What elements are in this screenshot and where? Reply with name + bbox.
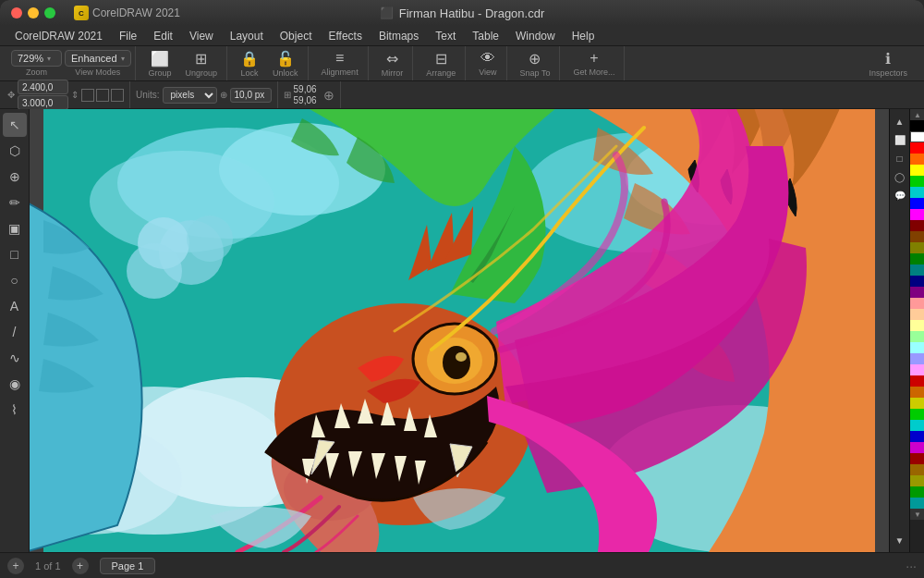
arrange-button[interactable]: ⊟ Arrange	[420, 48, 461, 80]
line-tool-button[interactable]: /	[3, 320, 27, 344]
lock-group: 🔒 Lock 🔓 Unlock	[231, 46, 309, 80]
color-swatch-orange[interactable]	[910, 154, 924, 165]
nudge-input[interactable]	[230, 88, 272, 103]
right-panel-btn4[interactable]: 💬	[892, 187, 908, 203]
color-swatch-midmagenta[interactable]	[910, 442, 924, 453]
color-swatch-darkorange2[interactable]	[910, 464, 924, 475]
bezier-tool-button[interactable]: ∿	[3, 346, 27, 370]
freehand-tool-button[interactable]: ✏	[3, 191, 27, 215]
group-button[interactable]: ⬜ Group	[143, 48, 177, 80]
color-swatch-midblue[interactable]	[910, 431, 924, 442]
units-select[interactable]: pixels mm cm inches	[163, 87, 217, 104]
menu-help[interactable]: Help	[565, 28, 602, 44]
scroll-up-btn[interactable]: ▲	[892, 113, 908, 129]
add-page-button[interactable]: +	[7, 558, 24, 574]
alignment-button[interactable]: ≡ Alignment	[316, 48, 364, 79]
arrange-group: ⊟ Arrange	[417, 46, 466, 80]
eyedropper-tool-button[interactable]: ⌇	[3, 398, 27, 422]
color-swatch-darkgreen2[interactable]	[910, 486, 924, 498]
color-swatch-lightcyan[interactable]	[910, 342, 924, 353]
zoom-group: 729% ▾ Zoom Enhanced ▾ View Modes	[7, 46, 136, 80]
color-swatch-darkcyan[interactable]	[910, 498, 924, 509]
color-swatch-yellow[interactable]	[910, 165, 924, 176]
inspectors-button[interactable]: ℹ Inspectors	[863, 48, 913, 80]
color-swatch-darkred[interactable]	[910, 220, 924, 231]
color-swatch-lightgreen[interactable]	[910, 331, 924, 342]
snapto-button[interactable]: ⊕ Snap To	[515, 48, 556, 80]
scroll-down-btn[interactable]: ▼	[892, 532, 908, 548]
rectangle-tool-button[interactable]: □	[3, 242, 27, 266]
menu-coreldraw[interactable]: CorelDRAW 2021	[7, 28, 110, 44]
color-swatch-brown[interactable]	[910, 231, 924, 242]
fill-tool-button[interactable]: ◉	[3, 372, 27, 396]
ungroup-button[interactable]: ⊞ Ungroup	[180, 48, 224, 80]
smart-fill-button[interactable]: ▣	[3, 216, 27, 240]
right-panel-btn3[interactable]: ◯	[892, 168, 908, 185]
menu-edit[interactable]: Edit	[146, 28, 180, 44]
canvas-area[interactable]	[30, 109, 889, 552]
color-swatch-darkorange[interactable]	[910, 387, 924, 398]
minimize-button[interactable]	[28, 7, 39, 18]
unlock-button[interactable]: 🔓 Unlock	[267, 48, 304, 80]
color-swatch-midcyan[interactable]	[910, 420, 924, 431]
zoom-dropdown[interactable]: 729% ▾	[11, 50, 62, 67]
color-swatch-lightred[interactable]	[910, 298, 924, 309]
palette-scroll-down[interactable]: ▼	[910, 509, 924, 520]
color-swatch-lightyellow[interactable]	[910, 320, 924, 331]
color-swatch-purple[interactable]	[910, 287, 924, 298]
color-swatch-lightmagenta[interactable]	[910, 364, 924, 375]
color-swatch-lightblue[interactable]	[910, 353, 924, 364]
color-swatch-darkred3[interactable]	[910, 453, 924, 464]
color-swatch-navy[interactable]	[910, 276, 924, 287]
close-button[interactable]	[11, 7, 22, 18]
right-panel-btn1[interactable]: ⬜	[892, 131, 908, 148]
color-swatch-cyan[interactable]	[910, 187, 924, 198]
color-swatch-black[interactable]	[910, 120, 924, 131]
color-swatch-green[interactable]	[910, 176, 924, 187]
node-tool-button[interactable]: ⬡	[3, 139, 27, 163]
getmore-button[interactable]: + Get More...	[567, 48, 620, 79]
zoom-label: Zoom	[26, 68, 47, 77]
selection-tool-button[interactable]: ↖	[3, 113, 27, 137]
menu-text[interactable]: Text	[428, 28, 463, 44]
view-mode-dropdown[interactable]: Enhanced ▾	[65, 50, 131, 67]
menu-file[interactable]: File	[112, 28, 144, 44]
ellipse-tool-button[interactable]: ○	[3, 268, 27, 292]
coordinates-group: ✥ ⇕	[7, 81, 130, 108]
color-swatch-midgreen[interactable]	[910, 409, 924, 420]
add-page-button2[interactable]: +	[72, 558, 89, 574]
menu-window[interactable]: Window	[508, 28, 563, 44]
palette-scroll-up[interactable]: ▲	[910, 109, 924, 120]
mirror-group: ⇔ Mirror	[372, 46, 414, 80]
right-panel-btn2[interactable]: □	[892, 150, 908, 166]
color-swatch-red[interactable]	[910, 142, 924, 154]
menu-view[interactable]: View	[182, 28, 221, 44]
status-more-button[interactable]: ···	[906, 559, 917, 573]
page-tab[interactable]: Page 1	[100, 558, 156, 574]
menu-table[interactable]: Table	[465, 28, 506, 44]
color-swatch-darkyellow[interactable]	[910, 398, 924, 409]
mirror-button[interactable]: ⇔ Mirror	[376, 48, 409, 80]
x-position-input[interactable]	[18, 80, 68, 94]
color-swatch-darkgreen[interactable]	[910, 253, 924, 264]
view-button[interactable]: 👁 View	[473, 48, 502, 79]
mirror-icon: ⇔	[386, 50, 398, 68]
zoom-tool-button[interactable]: ⊕	[3, 165, 27, 189]
menu-layout[interactable]: Layout	[223, 28, 271, 44]
color-swatch-olive[interactable]	[910, 242, 924, 253]
menu-bitmaps[interactable]: Bitmaps	[371, 28, 426, 44]
color-swatch-blue[interactable]	[910, 198, 924, 209]
color-swatch-peach[interactable]	[910, 309, 924, 320]
color-swatch-darkolive[interactable]	[910, 475, 924, 486]
y-position-input[interactable]	[18, 95, 68, 110]
color-swatch-darkred2[interactable]	[910, 375, 924, 387]
text-tool-button[interactable]: A	[3, 294, 27, 318]
units-group: Units: pixels mm cm inches ⊕	[136, 81, 278, 108]
menu-object[interactable]: Object	[273, 28, 320, 44]
maximize-button[interactable]	[44, 7, 55, 18]
color-swatch-teal[interactable]	[910, 264, 924, 276]
color-swatch-magenta[interactable]	[910, 209, 924, 220]
menu-effects[interactable]: Effects	[321, 28, 369, 44]
color-swatch-white[interactable]	[910, 131, 924, 142]
lock-button[interactable]: 🔒 Lock	[235, 48, 264, 80]
